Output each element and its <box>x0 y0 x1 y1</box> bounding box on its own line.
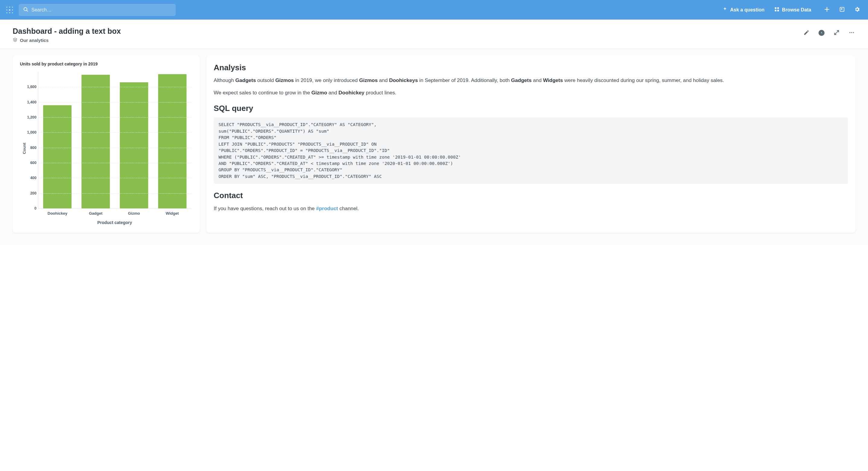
auto-refresh-button[interactable] <box>818 29 825 36</box>
svg-point-6 <box>6 12 7 13</box>
svg-point-3 <box>6 9 7 10</box>
ask-question-label: Ask a question <box>730 7 765 13</box>
product-channel-link[interactable]: #product <box>316 206 338 211</box>
svg-rect-18 <box>841 8 842 10</box>
settings-button[interactable] <box>852 5 862 15</box>
analysis-heading: Analysis <box>214 62 848 74</box>
pencil-icon <box>803 30 809 36</box>
grid-line <box>38 178 191 178</box>
chart-plot: DoohickeyGadgetGizmoWidget 0200400600800… <box>38 72 191 209</box>
grid-icon <box>774 7 780 13</box>
edit-dashboard-button[interactable] <box>803 29 810 36</box>
stack-icon <box>13 37 18 43</box>
contact-paragraph: If you have questions, reach out to us o… <box>214 205 848 212</box>
grid-line <box>38 148 191 148</box>
y-tick-label: 1,200 <box>22 115 36 120</box>
x-axis-label: Product category <box>38 220 191 225</box>
svg-point-21 <box>849 32 850 33</box>
bar-slot: Widget <box>153 72 191 208</box>
svg-rect-12 <box>777 7 779 9</box>
x-tick-label: Doohickey <box>38 211 77 215</box>
grid-line <box>38 193 191 194</box>
bar-slot: Gizmo <box>115 72 153 208</box>
svg-point-2 <box>12 7 13 7</box>
sparkle-icon <box>722 7 728 13</box>
grid-line <box>38 132 191 133</box>
grid-line <box>38 87 191 87</box>
grid-line <box>38 102 191 103</box>
plus-icon <box>824 6 830 13</box>
more-icon <box>849 30 855 36</box>
topbar: Ask a question Browse Data <box>0 0 868 20</box>
svg-point-4 <box>9 9 10 10</box>
svg-rect-14 <box>777 10 779 11</box>
page-title: Dashboard - adding a text box <box>13 27 803 36</box>
x-tick-label: Widget <box>153 211 191 215</box>
bar[interactable] <box>158 74 187 208</box>
svg-point-7 <box>9 12 10 13</box>
svg-rect-13 <box>775 10 776 11</box>
page-header: Dashboard - adding a text box Our analyt… <box>0 20 868 49</box>
chart-area: Count DoohickeyGadgetGizmoWidget 0200400… <box>20 70 192 227</box>
y-tick-label: 1,600 <box>22 85 36 89</box>
search-input[interactable] <box>31 7 172 13</box>
analysis-paragraph-1: Although Gadgets outsold Gizmos in 2019,… <box>214 76 848 85</box>
y-tick-label: 200 <box>22 191 36 195</box>
add-button[interactable] <box>822 5 832 15</box>
bar[interactable] <box>82 75 110 208</box>
dashboard-grid: Units sold by product category in 2019 C… <box>0 49 868 245</box>
collection-icon <box>839 6 845 13</box>
chart-card-title: Units sold by product category in 2019 <box>20 62 192 66</box>
more-button[interactable] <box>848 29 855 36</box>
bar-slot: Gadget <box>77 72 115 208</box>
x-tick-label: Gizmo <box>115 211 153 215</box>
fullscreen-button[interactable] <box>833 29 840 36</box>
bar-slot: Doohickey <box>38 72 77 208</box>
gear-icon <box>854 6 860 13</box>
grid-line <box>38 117 191 117</box>
collection-name: Our analytics <box>20 38 49 43</box>
search-icon <box>23 7 28 13</box>
ask-question-button[interactable]: Ask a question <box>720 5 767 15</box>
y-tick-label: 0 <box>22 206 36 210</box>
sql-heading: SQL query <box>214 102 848 114</box>
clock-icon <box>818 30 825 36</box>
browse-data-button[interactable]: Browse Data <box>772 5 814 15</box>
y-tick-label: 1,400 <box>22 100 36 104</box>
bar[interactable] <box>120 82 148 208</box>
search-box[interactable] <box>19 4 176 16</box>
y-tick-label: 800 <box>22 146 36 150</box>
app-logo[interactable] <box>5 6 14 14</box>
x-tick-label: Gadget <box>77 211 115 215</box>
chart-card[interactable]: Units sold by product category in 2019 C… <box>13 56 200 233</box>
text-card: Analysis Although Gadgets outsold Gizmos… <box>207 56 855 233</box>
y-tick-label: 600 <box>22 161 36 165</box>
y-tick-label: 400 <box>22 176 36 180</box>
bar[interactable] <box>43 105 71 208</box>
svg-point-22 <box>851 32 852 33</box>
svg-line-10 <box>27 10 28 11</box>
y-tick-label: 1,000 <box>22 130 36 134</box>
contact-heading: Contact <box>214 189 848 201</box>
collections-button[interactable] <box>837 5 847 15</box>
svg-point-0 <box>6 7 7 7</box>
svg-point-8 <box>12 12 13 13</box>
collection-breadcrumb[interactable]: Our analytics <box>13 37 803 43</box>
grid-line <box>38 163 191 163</box>
analysis-paragraph-2: We expect sales to continue to grow in t… <box>214 89 848 97</box>
svg-rect-11 <box>775 7 776 9</box>
svg-point-23 <box>853 32 854 33</box>
svg-point-1 <box>9 7 10 7</box>
sql-code-block: SELECT "PRODUCTS__via__PRODUCT_ID"."CATE… <box>214 117 848 184</box>
fullscreen-icon <box>834 30 840 36</box>
browse-data-label: Browse Data <box>782 7 811 13</box>
svg-point-5 <box>12 9 13 10</box>
